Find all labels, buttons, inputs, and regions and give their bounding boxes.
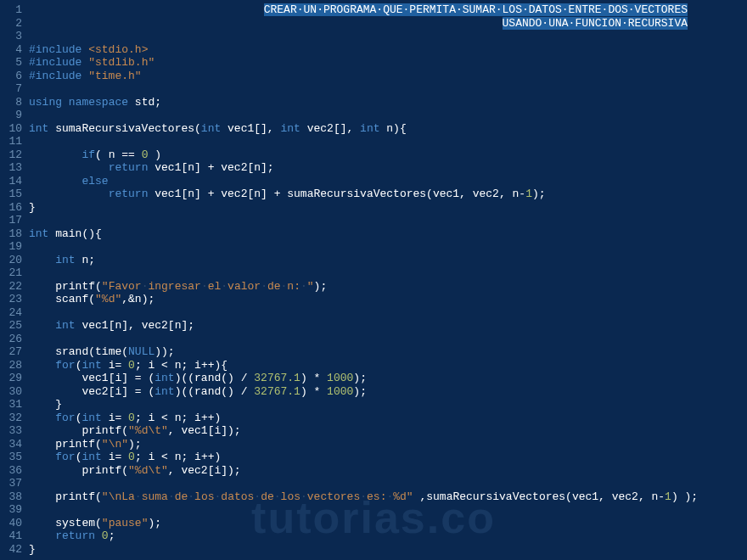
code-line[interactable] <box>29 214 747 227</box>
line-number: 14 <box>3 175 22 188</box>
line-number: 25 <box>3 319 22 333</box>
code-line[interactable] <box>29 240 747 254</box>
line-number: 19 <box>3 240 22 254</box>
code-line[interactable]: #include <stdio.h> <box>29 43 747 57</box>
code-line[interactable]: return 0; <box>29 529 747 543</box>
code-line[interactable]: int main(){ <box>29 227 747 241</box>
code-line[interactable]: printf("\nLa·suma·de·los·datos·de·los·ve… <box>29 490 747 504</box>
code-line[interactable]: srand(time(NULL)); <box>29 345 747 359</box>
line-number: 26 <box>3 333 22 346</box>
code-line[interactable]: system("pause"); <box>29 517 747 530</box>
line-number: 1 <box>3 3 22 17</box>
code-line[interactable]: } <box>29 398 747 412</box>
selected-title: CREAR·UN·PROGRAMA·QUE·PERMITA·SUMAR·LOS·… <box>264 3 688 16</box>
line-number: 8 <box>3 96 22 109</box>
line-number: 37 <box>3 477 22 490</box>
line-number: 24 <box>3 306 22 320</box>
line-number: 13 <box>3 161 22 175</box>
line-number: 27 <box>3 345 22 359</box>
line-number: 32 <box>3 412 22 425</box>
line-number: 9 <box>3 109 22 122</box>
code-line[interactable]: } <box>29 543 747 557</box>
line-number: 23 <box>3 293 22 306</box>
code-line[interactable] <box>29 477 747 490</box>
code-line[interactable]: int n; <box>29 254 747 267</box>
code-line[interactable] <box>29 109 747 122</box>
code-line[interactable]: return vec1[n] + vec2[n] + sumaRecursiva… <box>29 188 747 201</box>
code-line[interactable]: #include "time.h" <box>29 70 747 83</box>
line-number: 31 <box>3 398 22 412</box>
code-line[interactable] <box>29 82 747 96</box>
code-line[interactable] <box>29 266 747 280</box>
line-number: 21 <box>3 266 22 280</box>
code-line[interactable]: for(int i= 0; i < n; i++) <box>29 451 747 464</box>
line-number: 29 <box>3 372 22 385</box>
code-line[interactable]: printf("%d\t", vec2[i]); <box>29 464 747 478</box>
code-line[interactable] <box>29 503 747 517</box>
line-number: 35 <box>3 451 22 464</box>
line-number-gutter: 1234567891011121314151617181920212223242… <box>0 0 29 560</box>
line-number: 3 <box>3 30 22 43</box>
line-number: 4 <box>3 43 22 57</box>
line-number: 11 <box>3 135 22 148</box>
code-line[interactable]: vec1[i] = (int)((rand() / 32767.1) * 100… <box>29 372 747 385</box>
code-line[interactable] <box>29 135 747 148</box>
code-line[interactable]: scanf("%d",&n); <box>29 293 747 306</box>
code-line[interactable]: USANDO·UNA·FUNCION·RECURSIVA <box>29 17 747 31</box>
line-number: 6 <box>3 70 22 83</box>
code-line[interactable]: for(int i= 0; i < n; i++) <box>29 412 747 425</box>
code-line[interactable]: return vec1[n] + vec2[n]; <box>29 161 747 175</box>
line-number: 41 <box>3 529 22 543</box>
line-number: 12 <box>3 148 22 162</box>
code-line[interactable]: if( n == 0 ) <box>29 148 747 162</box>
line-number: 15 <box>3 188 22 201</box>
code-line[interactable]: CREAR·UN·PROGRAMA·QUE·PERMITA·SUMAR·LOS·… <box>29 3 747 17</box>
code-line[interactable]: vec2[i] = (int)((rand() / 32767.1) * 100… <box>29 385 747 399</box>
line-number: 22 <box>3 280 22 294</box>
code-content-area[interactable]: CREAR·UN·PROGRAMA·QUE·PERMITA·SUMAR·LOS·… <box>29 0 747 560</box>
code-line[interactable]: for(int i= 0; i < n; i++){ <box>29 359 747 372</box>
line-number: 18 <box>3 227 22 241</box>
code-line[interactable]: printf("\n"); <box>29 438 747 451</box>
code-editor[interactable]: 1234567891011121314151617181920212223242… <box>0 0 747 560</box>
line-number: 39 <box>3 503 22 517</box>
line-number: 42 <box>3 543 22 557</box>
line-number: 17 <box>3 214 22 227</box>
line-number: 33 <box>3 424 22 438</box>
line-number: 20 <box>3 254 22 267</box>
code-line[interactable] <box>29 306 747 320</box>
selected-title: USANDO·UNA·FUNCION·RECURSIVA <box>503 17 688 30</box>
line-number: 28 <box>3 359 22 372</box>
line-number: 10 <box>3 122 22 136</box>
line-number: 5 <box>3 56 22 70</box>
code-line[interactable]: printf("%d\t", vec1[i]); <box>29 424 747 438</box>
code-line[interactable] <box>29 30 747 43</box>
line-number: 30 <box>3 385 22 399</box>
code-line[interactable]: int sumaRecursivaVectores(int vec1[], in… <box>29 122 747 136</box>
line-number: 36 <box>3 464 22 478</box>
code-line[interactable]: printf("Favor·ingresar·el·valor·de·n:·")… <box>29 280 747 294</box>
code-line[interactable]: #include "stdlib.h" <box>29 56 747 70</box>
code-line[interactable] <box>29 333 747 346</box>
line-number: 16 <box>3 201 22 215</box>
code-line[interactable]: int vec1[n], vec2[n]; <box>29 319 747 333</box>
code-line[interactable]: } <box>29 201 747 215</box>
line-number: 2 <box>3 17 22 31</box>
line-number: 34 <box>3 438 22 451</box>
line-number: 38 <box>3 490 22 504</box>
line-number: 40 <box>3 517 22 530</box>
code-line[interactable]: using namespace std; <box>29 96 747 109</box>
line-number: 7 <box>3 82 22 96</box>
code-line[interactable]: else <box>29 175 747 188</box>
